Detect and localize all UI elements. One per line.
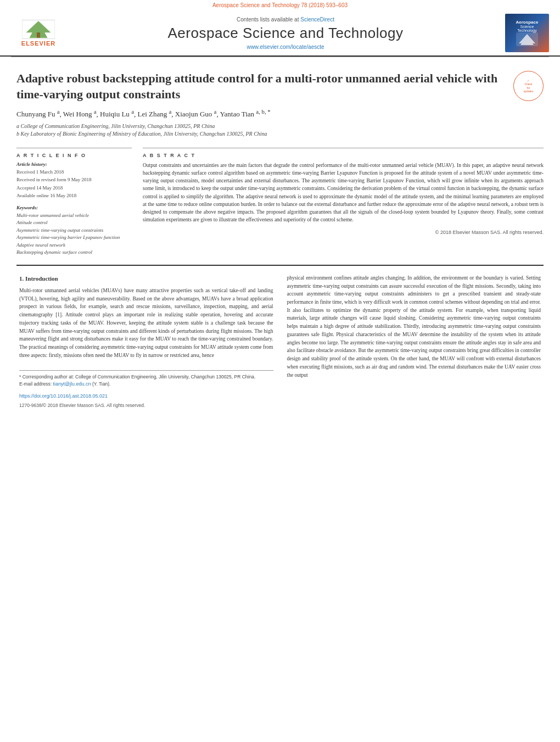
article-info-title: A R T I C L E I N F O <box>16 153 132 158</box>
footnote-corresponding: * Corresponding author at: College of Co… <box>19 374 273 381</box>
keyword-6: Backstepping dynamic surface control <box>16 249 132 256</box>
paper-content: Adaptive robust backstepping attitude co… <box>0 57 560 420</box>
revised-date: Received in revised form 9 May 2018 <box>16 176 132 183</box>
abstract-section: A B S T R A C T Output constraints and u… <box>143 148 544 256</box>
doi-link[interactable]: https://doi.org/10.1016/j.ast.2018.05.02… <box>19 393 108 399</box>
authors-line: Chunyang Fu a, Wei Hong a, Huiqiu Lu a, … <box>16 108 544 118</box>
issn-line: 1270-9638/© 2018 Elsevier Masson SAS. Al… <box>19 402 273 409</box>
keywords-list: Multi-rotor unmanned aerial vehicle Atti… <box>16 212 132 256</box>
intro-heading: 1. Introduction <box>19 274 273 283</box>
two-col-section: A R T I C L E I N F O Article history: R… <box>16 148 544 256</box>
journal-url[interactable]: www.elsevier.com/locate/aescte <box>66 44 505 50</box>
logo-line1: Aerospace <box>516 20 539 25</box>
elsevier-tree-icon <box>22 20 55 39</box>
body-col-right: physical environment confines attitude a… <box>287 274 541 409</box>
journal-title: Aerospace Science and Technology <box>66 25 505 42</box>
top-bar: Aerospace Science and Technology 78 (201… <box>0 0 560 9</box>
elsevier-logo: ELSEVIER <box>11 19 66 47</box>
affiliation-b: b Key Laboratory of Bionic Engineering o… <box>16 131 544 137</box>
keyword-3: Asymmetric time-varying output constrain… <box>16 227 132 235</box>
body-section: 1. Introduction Multi-rotor unmanned aer… <box>16 265 544 409</box>
check-updates-text: ✓Checkforupdates <box>524 79 534 93</box>
logo-line2: Science <box>520 25 534 29</box>
authors-text: Chunyang Fu a, Wei Hong a, Huiqiu Lu a, … <box>16 110 271 118</box>
body-two-col: 1. Introduction Multi-rotor unmanned aer… <box>16 274 544 409</box>
paper-title-section: Adaptive robust backstepping attitude co… <box>16 71 544 102</box>
keywords-label: Keywords: <box>16 205 132 210</box>
svg-rect-2 <box>37 32 40 38</box>
received-date: Received 1 March 2018 <box>16 169 132 176</box>
check-updates-badge[interactable]: ✓Checkforupdates <box>513 71 544 101</box>
keywords-section: Keywords: Multi-rotor unmanned aerial ve… <box>16 205 132 256</box>
journal-logo-right: Aerospace Science Technology <box>505 14 549 52</box>
keyword-2: Attitude control <box>16 219 132 227</box>
header-center: Contents lists available at ScienceDirec… <box>66 16 505 50</box>
intro-paragraph-1: Multi-rotor unmanned aerial vehicles (MU… <box>19 287 273 359</box>
abstract-text: Output constraints and uncertainties are… <box>143 161 544 224</box>
paper-title: Adaptive robust backstepping attitude co… <box>16 71 505 102</box>
journal-ref: Aerospace Science and Technology 78 (201… <box>212 2 348 8</box>
abstract-title: A B S T R A C T <box>143 153 544 158</box>
sciencedirect-link[interactable]: ScienceDirect <box>300 16 334 23</box>
keyword-4: Asymmetric time-varying barrier Lyapunov… <box>16 234 132 242</box>
keyword-5: Adaptive neural network <box>16 242 132 249</box>
email-link[interactable]: tianyt@jlu.edu.cn <box>53 381 91 387</box>
available-date: Available online 16 May 2018 <box>16 192 132 199</box>
ast-logo-icon <box>516 32 538 46</box>
journal-header: ELSEVIER Contents lists available at Sci… <box>0 9 560 57</box>
intro-paragraph-2: physical environment confines attitude a… <box>287 274 541 379</box>
keyword-1: Multi-rotor unmanned aerial vehicle <box>16 212 132 220</box>
logo-line3: Technology <box>517 29 536 32</box>
footnote-email: E-mail address: tianyt@jlu.edu.cn (Y. Ti… <box>19 381 273 388</box>
body-col-left: 1. Introduction Multi-rotor unmanned aer… <box>19 274 273 409</box>
footnote-section: * Corresponding author at: College of Co… <box>19 370 273 409</box>
article-info: A R T I C L E I N F O Article history: R… <box>16 148 132 256</box>
copyright-line: © 2018 Elsevier Masson SAS. All rights r… <box>143 230 544 235</box>
accepted-date: Accepted 14 May 2018 <box>16 185 132 192</box>
affiliation-a: a College of Communication Engineering, … <box>16 123 544 129</box>
contents-line: Contents lists available at ScienceDirec… <box>66 16 505 23</box>
doi-section: https://doi.org/10.1016/j.ast.2018.05.02… <box>19 392 273 400</box>
history-label: Article history: <box>16 161 132 167</box>
elsevier-brand-text: ELSEVIER <box>21 40 55 47</box>
